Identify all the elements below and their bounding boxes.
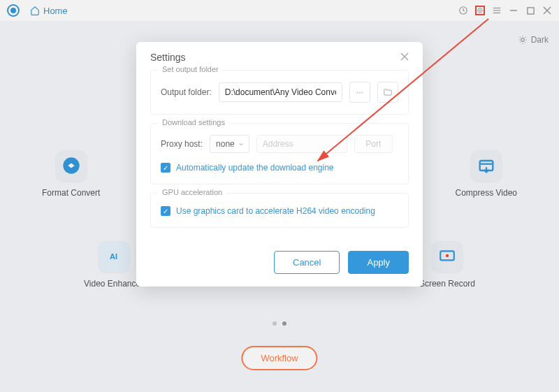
folder-icon [383,87,393,97]
cancel-button[interactable]: Cancel [274,251,340,274]
checkbox-checked-icon: ✓ [161,163,170,173]
open-folder-button[interactable] [377,82,398,103]
section-title: GPU acceleration [158,188,226,196]
section-title: Set output folder [158,65,223,73]
gpu-acceleration-section: GPU acceleration ✓ Use graphics card to … [150,193,409,228]
section-title: Download settings [158,118,229,126]
checkbox-checked-icon: ✓ [161,206,170,216]
auto-update-label: Automatically update the download engine [176,163,334,173]
gpu-row[interactable]: ✓ Use graphics card to accelerate H264 v… [161,206,398,216]
output-folder-section: Set output folder Output folder: ··· [150,70,409,115]
modal-body: Set output folder Output folder: ··· Dow… [136,70,423,247]
proxy-host-label: Proxy host: [161,139,203,149]
proxy-address-input[interactable]: Address [256,135,347,153]
close-icon[interactable] [400,52,409,63]
modal-title: Settings [150,52,186,63]
gpu-label: Use graphics card to accelerate H264 vid… [176,206,375,216]
proxy-host-select[interactable]: none [210,135,249,153]
apply-button[interactable]: Apply [348,251,409,274]
settings-modal: Settings Set output folder Output folder… [136,42,423,286]
modal-footer: Cancel Apply [136,247,423,286]
more-button[interactable]: ··· [349,82,370,103]
auto-update-row[interactable]: ✓ Automatically update the download engi… [161,163,398,173]
output-folder-input[interactable] [219,82,342,102]
proxy-port-input[interactable]: Port [354,135,393,153]
download-settings-section: Download settings Proxy host: none Addre… [150,123,409,184]
output-folder-label: Output folder: [161,87,212,97]
